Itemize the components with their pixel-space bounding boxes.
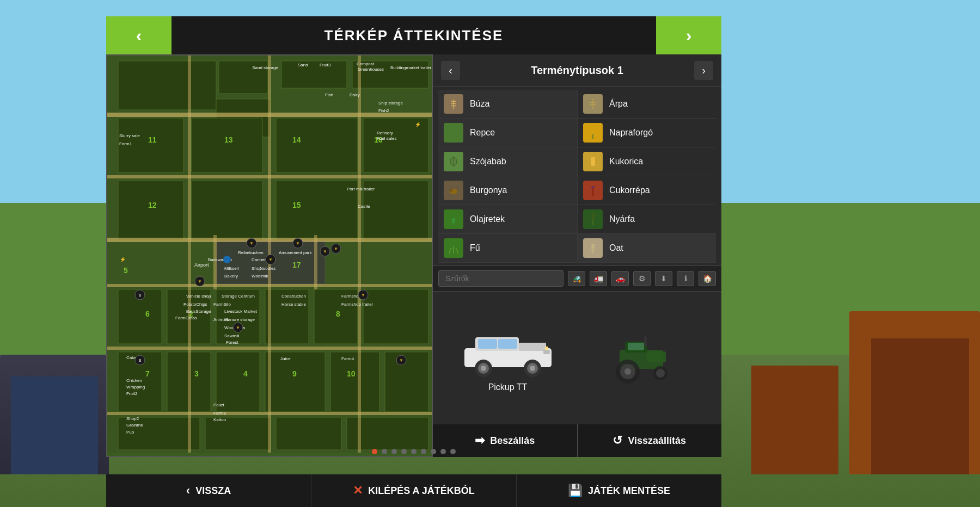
crop-types-title: Terménytípusok 1 <box>460 64 694 77</box>
crop-item-oat[interactable]: Oat <box>577 234 716 263</box>
barley-icon <box>583 94 603 114</box>
svg-text:6: 6 <box>145 310 150 318</box>
page-dot-6[interactable] <box>421 449 426 454</box>
page-dot-3[interactable] <box>391 449 397 454</box>
save-label: JÁTÉK MENTÉSE <box>588 485 670 497</box>
page-dot-8[interactable] <box>440 449 446 454</box>
svg-rect-147 <box>478 339 497 349</box>
filter-input[interactable] <box>438 270 564 287</box>
reset-vehicle-button[interactable]: ↺ Visszaállítás <box>578 424 722 457</box>
back-icon: ‹ <box>186 484 190 498</box>
next-map-button[interactable]: › <box>656 16 721 54</box>
svg-text:12: 12 <box>148 201 157 209</box>
main-dialog: ‹ TÉRKÉP ÁTTEKINTÉSE › <box>106 16 721 490</box>
svg-text:Sawmill: Sawmill <box>224 333 240 338</box>
crop-item-nyarfa[interactable]: Nyárfa <box>577 205 716 234</box>
crop-item-burgonya[interactable]: Burgonya <box>438 176 577 205</box>
svg-rect-1 <box>118 61 216 110</box>
crop-item-napraforgo[interactable]: Napraforgó <box>577 119 716 147</box>
svg-text:Chicken: Chicken <box>126 378 142 383</box>
svg-text:▼: ▼ <box>361 293 365 298</box>
filter-info-icon[interactable]: ℹ <box>677 271 694 286</box>
svg-text:Livestock Market: Livestock Market <box>224 309 258 314</box>
svg-text:Shop2: Shop2 <box>126 416 139 421</box>
svg-text:Slurry sale: Slurry sale <box>119 133 140 138</box>
exit-button[interactable]: ✕ KILÉPÉS A JÁTÉKBÓL <box>311 474 517 507</box>
svg-rect-9 <box>192 181 262 240</box>
svg-point-154 <box>530 366 535 371</box>
canola-icon <box>444 123 463 143</box>
svg-text:Pub: Pub <box>126 430 134 435</box>
svg-text:Fuel sales: Fuel sales <box>377 136 396 141</box>
crop-item-cukorrеpa[interactable]: Cukorrépa <box>577 176 716 205</box>
save-icon: 💾 <box>568 484 583 498</box>
next-crop-page-button[interactable]: › <box>694 61 713 80</box>
svg-text:Milksell: Milksell <box>224 266 238 271</box>
pickup-image <box>459 324 557 378</box>
save-button[interactable]: 💾 JÁTÉK MENTÉSE <box>517 474 721 507</box>
svg-text:Fish2: Fish2 <box>378 108 389 113</box>
page-dot-2[interactable] <box>382 449 387 454</box>
crop-item-olajretek[interactable]: Olajretek <box>438 205 577 234</box>
svg-text:8: 8 <box>336 310 340 318</box>
svg-text:⚡: ⚡ <box>120 256 126 263</box>
filter-home-icon[interactable]: 🏠 <box>699 271 716 286</box>
crop-types-header: ‹ Terménytípusok 1 › <box>433 54 721 87</box>
crop-item-kukorica[interactable]: Kukorica <box>577 147 716 176</box>
poplar-icon <box>583 209 603 229</box>
svg-text:Port mill trailer: Port mill trailer <box>347 187 375 191</box>
crop-item-arpa[interactable]: Árpa <box>577 90 716 119</box>
svg-rect-165 <box>644 336 647 346</box>
svg-text:▼: ▼ <box>399 358 403 363</box>
svg-rect-37 <box>188 55 191 453</box>
right-panel: ‹ Terménytípusok 1 › Búza Árpa <box>433 54 721 457</box>
svg-point-164 <box>656 369 665 378</box>
svg-text:Fruit3: Fruit3 <box>320 63 331 67</box>
svg-text:Amusement park: Amusement park <box>279 250 312 255</box>
page-dot-4[interactable] <box>401 449 407 454</box>
page-dot-1[interactable] <box>372 449 377 454</box>
svg-point-137 <box>452 128 455 131</box>
svg-text:Sand: Sand <box>298 63 308 67</box>
sunflower-icon <box>583 123 603 143</box>
svg-text:Refinery: Refinery <box>377 131 393 135</box>
filter-tractor-icon[interactable]: 🚜 <box>568 271 585 286</box>
poplar-label: Nyárfa <box>609 214 635 224</box>
map-section[interactable]: 11 13 12 14 15 16 17 5 6 7 2 3 4 8 9 10 <box>106 54 433 457</box>
crop-grid: Búza Árpa Repce <box>433 87 721 265</box>
svg-rect-146 <box>519 343 546 351</box>
svg-rect-140 <box>591 157 595 166</box>
page-dot-9[interactable] <box>450 449 456 454</box>
svg-point-138 <box>590 129 596 134</box>
oilradish-label: Olajretek <box>470 214 505 224</box>
svg-text:Construction: Construction <box>281 294 306 299</box>
svg-text:FarmGrass: FarmGrass <box>175 316 197 320</box>
vehicle-name: Pickup TT <box>488 382 528 392</box>
prev-map-button[interactable]: ‹ <box>106 16 171 54</box>
dialog-title: TÉRKÉP ÁTTEKINTÉSE <box>171 16 656 54</box>
crop-item-szojabab[interactable]: Szójabab <box>438 147 577 176</box>
svg-text:FarmSilo: FarmSilo <box>213 302 231 307</box>
crop-item-fu[interactable]: Fű <box>438 234 577 263</box>
filter-gear-icon[interactable]: ⚙ <box>633 271 651 286</box>
pagination <box>372 449 456 454</box>
svg-rect-38 <box>268 55 271 453</box>
map-svg: 11 13 12 14 15 16 17 5 6 7 2 3 4 8 9 10 <box>107 55 433 453</box>
back-button[interactable]: ‹ VISSZA <box>106 474 311 507</box>
content-area: 11 13 12 14 15 16 17 5 6 7 2 3 4 8 9 10 <box>106 54 721 457</box>
filter-download-icon[interactable]: ⬇ <box>655 271 672 286</box>
svg-rect-159 <box>628 343 644 350</box>
reset-label: Visszaállítás <box>628 435 686 447</box>
map-canvas[interactable]: 11 13 12 14 15 16 17 5 6 7 2 3 4 8 9 10 <box>107 55 432 456</box>
sugarbeet-icon <box>583 181 603 200</box>
svg-text:15: 15 <box>292 201 301 209</box>
crop-item-repce[interactable]: Repce <box>438 119 577 147</box>
prev-crop-page-button[interactable]: ‹ <box>441 61 460 80</box>
filter-truck-icon[interactable]: 🚛 <box>590 271 607 286</box>
svg-rect-25 <box>330 352 379 412</box>
crop-item-buzа[interactable]: Búza <box>438 90 577 119</box>
pickup-svg <box>459 324 557 378</box>
page-dot-7[interactable] <box>431 449 436 454</box>
filter-car-icon[interactable]: 🚗 <box>611 271 629 286</box>
page-dot-5[interactable] <box>411 449 416 454</box>
